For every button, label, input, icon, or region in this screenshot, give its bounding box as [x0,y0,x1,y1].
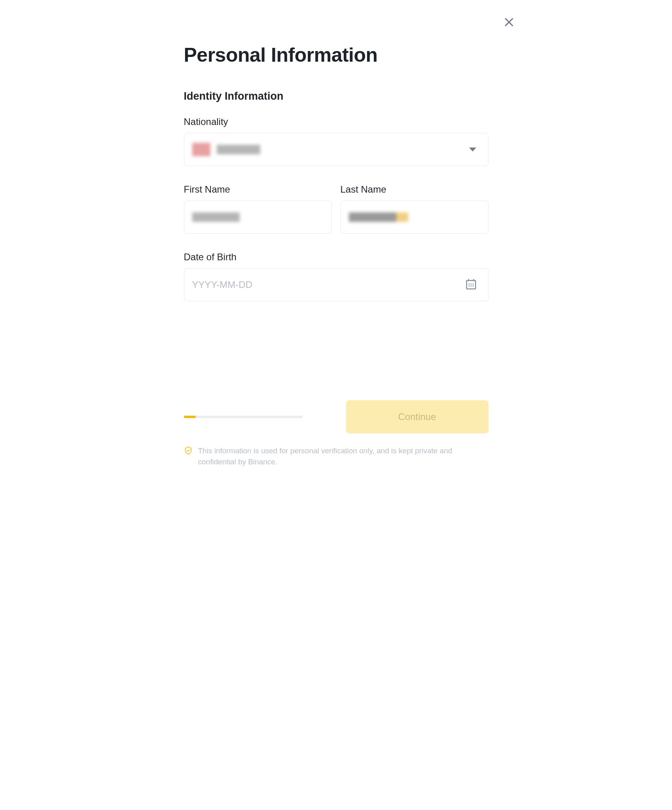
nationality-label: Nationality [184,116,488,127]
personal-info-modal: Personal Information Identity Informatio… [138,0,534,491]
progress-bar [184,416,303,418]
dob-input[interactable]: YYYY-MM-DD [184,268,488,301]
first-name-value-redacted [192,212,240,222]
shield-check-icon [184,446,193,456]
calendar-icon [465,278,477,291]
modal-title: Personal Information [184,44,488,66]
dob-group: Date of Birth YYYY-MM-DD [184,252,488,301]
progress-fill [184,416,196,418]
modal-footer: Continue This information is used for pe… [184,400,488,467]
close-icon [503,16,515,30]
nationality-select[interactable] [184,133,488,166]
nationality-value-redacted [217,145,260,154]
svg-point-5 [468,284,469,285]
flag-icon [192,143,210,156]
svg-point-7 [472,284,473,285]
section-title: Identity Information [184,90,488,102]
last-name-label: Last Name [341,184,488,195]
dob-placeholder: YYYY-MM-DD [192,279,252,290]
last-name-input[interactable] [341,201,488,234]
svg-rect-2 [466,280,475,289]
dob-label: Date of Birth [184,252,488,263]
svg-point-10 [472,286,473,287]
chevron-down-icon [469,148,476,151]
name-group: First Name Last Name [184,184,488,234]
disclaimer-text: This information is used for personal ve… [198,445,488,467]
disclaimer: This information is used for personal ve… [184,445,488,467]
svg-point-8 [468,286,469,287]
first-name-label: First Name [184,184,332,195]
svg-point-9 [470,286,471,287]
last-name-value-redacted [349,212,408,222]
close-button[interactable] [502,16,516,30]
first-name-input[interactable] [184,201,332,234]
continue-button[interactable]: Continue [346,400,488,433]
svg-point-6 [470,284,471,285]
nationality-group: Nationality [184,116,488,166]
